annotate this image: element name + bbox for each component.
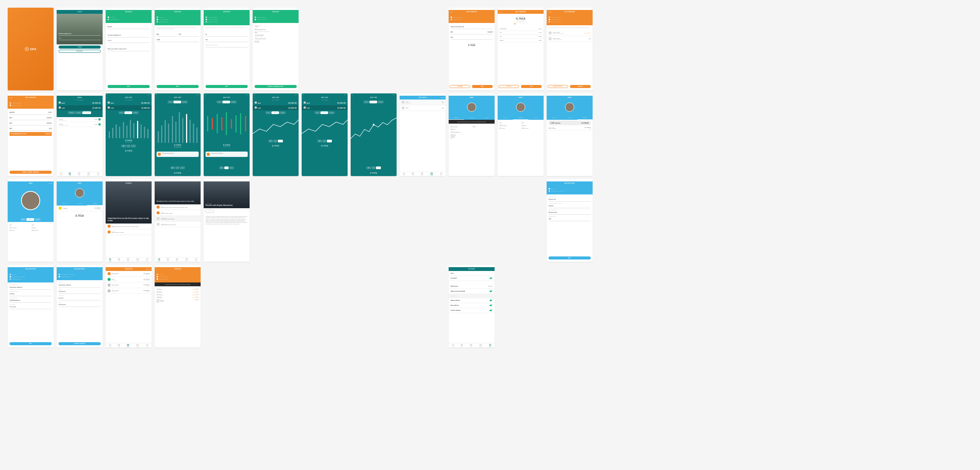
edit-button[interactable]: EDIT: [521, 85, 542, 88]
sell-currency[interactable]: AUD⌵: [157, 33, 177, 37]
back-icon[interactable]: ‹: [107, 11, 107, 13]
prev-link[interactable]: Previous: [548, 11, 552, 13]
tab-recipients[interactable]: Recipients: [430, 173, 433, 176]
tab-recipients[interactable]: Recipients: [87, 173, 90, 176]
tab-updates[interactable]: Updates: [403, 173, 406, 176]
tab-rate[interactable]: RATE: [514, 23, 516, 24]
line-chart[interactable]: [351, 104, 397, 154]
create-transfer-button[interactable]: AGREE & CREATE TRANSFER: [10, 171, 52, 174]
firstname-input[interactable]: Neo: [206, 38, 248, 42]
news-item[interactable]: AUD/GBPRate Alert 0.6303 / 0.63320: [106, 229, 152, 235]
save-button[interactable]: SAVE: [75, 111, 82, 114]
sell-amount[interactable]: AUD65,634.00: [451, 30, 493, 34]
recipient-row[interactable]: EmmaNABUSD: [400, 105, 446, 111]
line-chart[interactable]: [302, 115, 348, 138]
headline-hero[interactable]: Greenback firms as the Fed moves closer …: [106, 181, 152, 224]
chart-type-candle[interactable]: ◊: [126, 145, 131, 147]
tab-account[interactable]: ACCOUNT: [464, 116, 479, 120]
recipient-option[interactable]: James AndersonBank of America · Ending 0…: [547, 30, 593, 36]
type-select[interactable]: Individual⌵: [549, 204, 591, 208]
bank-address-input[interactable]: 777 N 1st St: [10, 305, 52, 309]
updates-notif-toggle[interactable]: Updates notification: [449, 298, 495, 303]
country-select[interactable]: Australia⌵: [108, 25, 150, 29]
email-input[interactable]: neo.anderson@gmail.com⌵: [108, 33, 150, 38]
tab-settings[interactable]: Settings: [489, 344, 492, 347]
tab-account[interactable]: ACCOUNT: [513, 116, 528, 120]
tab-settings[interactable]: Settings: [440, 173, 443, 176]
default-country-row[interactable]: Default countryAustralia: [449, 284, 495, 289]
prev-link[interactable]: Previous: [9, 97, 13, 98]
history-row[interactable]: IN PROCESSAwaiting Funds 12 SEP · Spot D…: [549, 121, 591, 125]
transfer-row[interactable]: Emma20 Aug · SpotUSD 24000.00Funds Recei…: [106, 277, 152, 282]
tab-history[interactable]: HISTORY: [577, 116, 593, 120]
email-field[interactable]: bill.anderson@gmail.com: [59, 32, 101, 36]
city-input[interactable]: San Jose: [59, 296, 101, 300]
nickname-input[interactable]: Sally: [549, 217, 591, 221]
finalise-button[interactable]: FINALISE: [570, 85, 591, 88]
bank-country-select[interactable]: United States of America⌵: [10, 286, 52, 290]
chart-type-bar[interactable]: ▮: [121, 145, 126, 147]
tab-details[interactable]: DETAILS: [449, 116, 464, 120]
password-field[interactable]: ••••••: [59, 37, 101, 40]
back-icon[interactable]: ‹: [156, 97, 156, 99]
add-new-link[interactable]: Add New: [441, 97, 444, 98]
news-item[interactable]: MARKET NEWSPound's sell off gain momentu…: [155, 216, 201, 222]
compare-button[interactable]: COMPARE: [449, 85, 470, 88]
toggle-switch[interactable]: [490, 277, 493, 279]
next-button[interactable]: NEXT: [10, 342, 52, 345]
security-question[interactable]: What is your mother's maiden name?⌵: [108, 47, 150, 51]
rate-pair-row[interactable]: AUD/USDAustralian Dollar / US Dollar0.74…: [57, 122, 103, 127]
tab-settings[interactable]: Settings: [97, 173, 100, 176]
amount-input[interactable]: 50,000: [157, 38, 199, 42]
buy-currency[interactable]: USD⌵: [179, 33, 199, 37]
history-row[interactable]: 2016 JUN 2016James AndersonUSD 15000.00P…: [547, 126, 593, 131]
next-button[interactable]: NEXT: [206, 85, 248, 88]
middlename-input[interactable]: Middle Name (Optional): [206, 43, 248, 47]
return-button[interactable]: RETURN: [498, 85, 519, 88]
register-button[interactable]: REGISTER: [59, 50, 101, 53]
back-icon[interactable]: ‹: [450, 97, 450, 99]
state-input[interactable]: San Francisco: [59, 303, 101, 307]
create-account-button[interactable]: AGREE & CREATE ACCOUNT: [255, 85, 297, 88]
bar-chart[interactable]: [106, 115, 152, 138]
address-input[interactable]: 124 N 2nd St: [59, 290, 101, 294]
recipient-option[interactable]: James AndersonChase Bank · Ending 6521US…: [547, 36, 593, 42]
country-select[interactable]: United States of America⌵: [59, 283, 101, 287]
headline-hero[interactable]: Greenback firms as the Fed moves closer …: [155, 181, 201, 204]
tab-rates[interactable]: Rates: [69, 173, 71, 176]
transfer-type-select[interactable]: Single transfer (Spot Deal)⌵: [451, 25, 493, 29]
password-input[interactable]: ••••••••••: [108, 39, 150, 43]
news-item[interactable]: AUD/GBPRate Alert 0.6303 / 0.63320: [155, 210, 201, 216]
action-icon[interactable]: [98, 118, 101, 121]
line-chart[interactable]: [253, 115, 299, 138]
tab-updates[interactable]: Updates: [60, 173, 63, 176]
transfer-button[interactable]: TRANSFER: [82, 111, 91, 114]
cancel-link[interactable]: Cancel: [499, 11, 502, 13]
next-button[interactable]: NEXT: [108, 85, 150, 88]
buy-amount[interactable]: USD⌵: [451, 36, 493, 40]
create-new-link[interactable]: Create new: [145, 269, 150, 270]
transfer-row[interactable]: James Anderson18 Jun · SpotUSD 15000.00P…: [106, 282, 152, 288]
back-icon[interactable]: ‹: [156, 11, 156, 13]
review-button[interactable]: REVIEW & FINALISE: [59, 342, 101, 345]
news-item[interactable]: NEWSEmerging markets buoyed as Trumps gr…: [106, 224, 152, 229]
transfers-notif-toggle[interactable]: Transfers notification: [449, 308, 495, 313]
rate-pair-row[interactable]: AUD/EURAustralian Dollar / Euro0.7041: [57, 117, 103, 122]
back-icon[interactable]: ‹: [254, 11, 254, 13]
chart-type-line[interactable]: 〰: [131, 145, 136, 147]
recipient-row[interactable]: JimmyBank of AmericaUSD10: [400, 100, 446, 105]
tab-updates[interactable]: Updates: [109, 258, 112, 261]
touchid-toggle[interactable]: Use TouchID: [449, 276, 495, 281]
next-button[interactable]: NEXT: [472, 85, 493, 88]
title-select[interactable]: Mr.⌵: [206, 33, 248, 37]
back-icon[interactable]: ‹: [156, 268, 156, 270]
tab-transfers[interactable]: Transfers: [421, 173, 424, 176]
tab-history[interactable]: HISTORY: [479, 116, 495, 120]
start-button[interactable]: START: [206, 209, 214, 213]
transfer-row[interactable]: James Anderson1 Sept · SpotUSD 15000.00A…: [106, 271, 152, 277]
period-day[interactable]: DAY: [119, 111, 124, 114]
news-item[interactable]: MARKET NEWSWeak China trade data hits ma…: [155, 222, 201, 227]
login-button[interactable]: LOG IN: [59, 46, 101, 49]
next-button[interactable]: NEXT: [157, 85, 199, 88]
new-recipient-button[interactable]: NEW RECIPIENT: [547, 85, 568, 88]
